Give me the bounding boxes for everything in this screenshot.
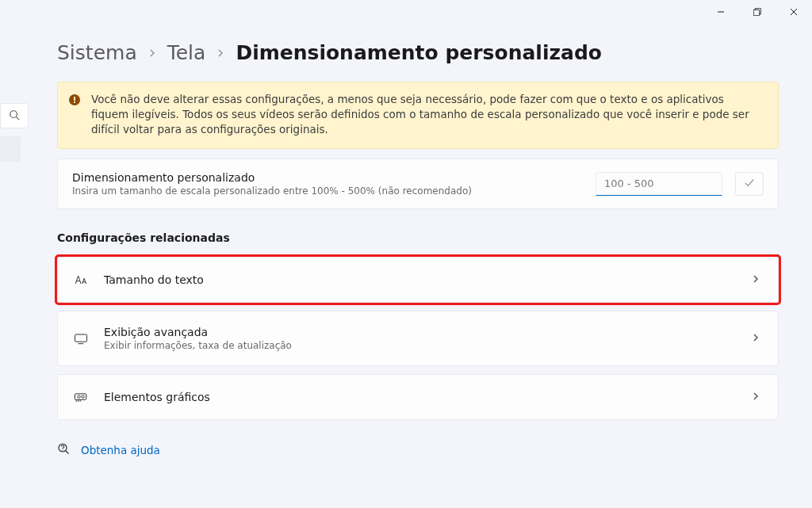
close-button[interactable] bbox=[776, 0, 812, 24]
monitor-icon bbox=[72, 330, 90, 346]
chevron-right-icon bbox=[751, 272, 760, 287]
custom-scale-title: Dimensionamento personalizado bbox=[72, 171, 472, 184]
text-size-label: Tamanho do texto bbox=[104, 273, 737, 286]
custom-scale-subtitle: Insira um tamanho de escala personalizad… bbox=[72, 185, 472, 197]
warning-banner: ! Você não deve alterar essas configuraç… bbox=[57, 82, 779, 149]
svg-point-16 bbox=[62, 449, 63, 450]
related-settings-header: Configurações relacionadas bbox=[57, 231, 779, 244]
breadcrumb-root[interactable]: Sistema bbox=[57, 41, 137, 64]
graphics-label: Elementos gráficos bbox=[104, 391, 737, 403]
apply-scale-button[interactable] bbox=[735, 172, 764, 196]
advanced-display-label: Exibição avançada bbox=[104, 326, 737, 338]
advanced-display-item[interactable]: Exibição avançada Exibir informações, ta… bbox=[57, 311, 779, 366]
custom-scale-card: Dimensionamento personalizado Insira um … bbox=[57, 159, 779, 209]
nav-placeholder bbox=[0, 136, 21, 162]
graphics-item[interactable]: Elementos gráficos bbox=[57, 374, 779, 420]
checkmark-icon bbox=[744, 176, 755, 191]
text-size-icon bbox=[72, 272, 90, 288]
main-content: Sistema Tela Dimensionamento personaliza… bbox=[57, 41, 779, 458]
svg-point-5 bbox=[10, 110, 17, 117]
search-icon bbox=[9, 109, 20, 124]
svg-point-11 bbox=[82, 395, 84, 398]
help-row: Obtenha ajuda bbox=[57, 442, 779, 458]
help-icon bbox=[57, 442, 70, 458]
graphics-card-icon bbox=[72, 389, 90, 405]
chevron-right-icon bbox=[148, 45, 156, 60]
breadcrumb: Sistema Tela Dimensionamento personaliza… bbox=[57, 41, 779, 64]
text-size-item[interactable]: Tamanho do texto bbox=[57, 257, 779, 303]
search-button[interactable] bbox=[0, 103, 29, 128]
window-controls bbox=[703, 0, 812, 24]
warning-text: Você não deve alterar essas configuraçõe… bbox=[91, 92, 762, 137]
svg-rect-2 bbox=[753, 10, 760, 16]
get-help-link[interactable]: Obtenha ajuda bbox=[81, 444, 160, 456]
chevron-right-icon bbox=[751, 389, 760, 404]
maximize-button[interactable] bbox=[739, 0, 776, 24]
svg-rect-7 bbox=[75, 334, 87, 342]
left-rail bbox=[0, 103, 29, 162]
page-title: Dimensionamento personalizado bbox=[236, 41, 602, 64]
svg-point-10 bbox=[78, 395, 80, 398]
chevron-right-icon bbox=[751, 330, 760, 346]
svg-line-6 bbox=[17, 116, 20, 120]
advanced-display-subtitle: Exibir informações, taxa de atualização bbox=[104, 340, 737, 351]
minimize-button[interactable] bbox=[703, 0, 739, 24]
svg-line-17 bbox=[66, 451, 69, 454]
custom-scale-input[interactable]: 100 - 500 bbox=[596, 172, 722, 196]
chevron-right-icon bbox=[216, 45, 224, 60]
warning-icon: ! bbox=[69, 94, 80, 105]
breadcrumb-mid[interactable]: Tela bbox=[167, 41, 206, 64]
